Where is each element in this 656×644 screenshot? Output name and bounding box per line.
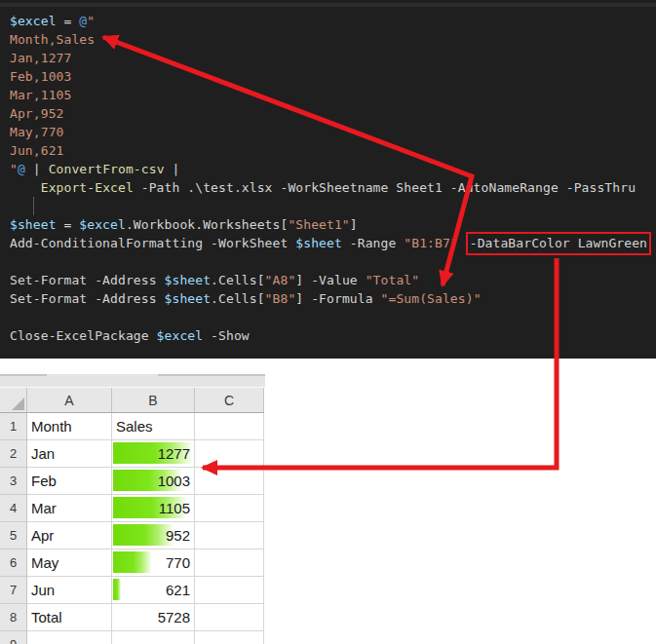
formula-bar-sliver	[0, 374, 265, 388]
formula-bar-segment	[158, 374, 265, 376]
code-token: "B8"	[265, 291, 296, 306]
cell-A2[interactable]: Jan	[27, 440, 112, 468]
code-line: Jan,1277	[10, 49, 656, 67]
row-header-2[interactable]: 2	[0, 440, 27, 468]
table-row: 8Total5728	[0, 604, 265, 631]
cell-B1[interactable]: Sales	[112, 413, 195, 440]
row-header-6[interactable]: 6	[0, 549, 27, 577]
code-line: Apr,952	[10, 104, 656, 123]
cell-B4[interactable]: 1105	[112, 495, 195, 522]
code-token: $sheet	[165, 291, 212, 306]
cell-B9[interactable]	[112, 631, 195, 644]
code-token: $sheet	[165, 273, 212, 287]
cell-B2-value: 1277	[112, 445, 194, 462]
code-line: Mar,1105	[10, 86, 656, 104]
cell-A7[interactable]: Jun	[27, 577, 112, 604]
cell-B8[interactable]: 5728	[112, 604, 195, 631]
cell-C1[interactable]	[195, 413, 264, 440]
code-panel-top-strip	[0, 3, 656, 7]
code-line: Feb,1003	[10, 67, 656, 86]
cell-B3[interactable]: 1003	[112, 468, 195, 495]
cell-B6[interactable]: 770	[112, 549, 195, 577]
table-row: 7Jun621	[0, 577, 265, 604]
cell-C6[interactable]	[195, 549, 264, 577]
code-token: Set-Format -Address	[10, 291, 165, 306]
cell-A4[interactable]: Mar	[27, 495, 112, 522]
code-token: Set-Format -Address	[10, 273, 165, 287]
column-header-A[interactable]: A	[27, 388, 112, 413]
table-row: 5Apr952	[0, 522, 265, 549]
code-lines-container: $excel = @"Month,SalesJan,1277Feb,1003Ma…	[10, 12, 656, 345]
code-token: -Range	[342, 236, 404, 250]
row-header-9[interactable]: 9	[0, 631, 27, 644]
code-token: =	[57, 14, 80, 28]
cell-B8-value: 5728	[112, 609, 194, 625]
row-header-8[interactable]: 8	[0, 604, 27, 631]
select-all-corner[interactable]	[0, 388, 27, 413]
code-token: "Total"	[366, 273, 420, 287]
code-line	[10, 197, 656, 215]
code-token: Mar,1105	[10, 88, 71, 102]
cell-C8[interactable]	[195, 604, 264, 631]
row-header-7[interactable]: 7	[0, 577, 27, 604]
cell-A8[interactable]: Total	[27, 604, 112, 631]
cell-A9[interactable]	[27, 631, 112, 644]
cell-B7-value: 621	[112, 582, 194, 598]
code-token: Month,Sales	[10, 32, 95, 47]
code-token: .Workbook.Worksheets[	[126, 217, 288, 232]
cell-A6[interactable]: May	[27, 549, 112, 577]
column-header-row: ABC	[0, 388, 265, 413]
cell-C2[interactable]	[195, 440, 264, 468]
cell-B2[interactable]: 1277	[112, 440, 195, 468]
select-all-triangle-icon	[12, 398, 24, 410]
code-token: Export-Excel	[41, 180, 134, 195]
cell-B1-value: Sales	[112, 418, 194, 435]
cell-C4[interactable]	[195, 495, 264, 522]
cell-C3[interactable]	[195, 468, 264, 495]
cell-A1[interactable]: Month	[27, 413, 112, 440]
cell-C9[interactable]	[195, 631, 264, 644]
table-row: 3Feb1003	[0, 468, 265, 495]
cell-A5[interactable]: Apr	[27, 522, 112, 549]
cell-C5[interactable]	[195, 522, 264, 549]
cell-B5-value: 952	[112, 527, 194, 544]
code-token: ]	[350, 217, 358, 232]
cell-B7[interactable]: 621	[112, 577, 195, 604]
cell-C7[interactable]	[195, 577, 264, 604]
code-line: May,770	[10, 123, 656, 141]
cell-B3-value: 1003	[112, 473, 194, 489]
code-token: -Path .\test.xlsx -WorkSheetname Sheet1 …	[134, 180, 636, 195]
cell-B6-value: 770	[112, 554, 194, 571]
row-header-3[interactable]: 3	[0, 468, 27, 495]
code-token: Close-ExcelPackage	[10, 328, 157, 343]
code-line: $excel = @"	[10, 12, 656, 30]
code-line: Close-ExcelPackage $excel -Show	[10, 326, 656, 345]
databarcolor-highlight-box: -DataBarColor LawnGreen	[466, 232, 651, 255]
powershell-code-panel: $excel = @"Month,SalesJan,1277Feb,1003Ma…	[0, 0, 656, 359]
code-token	[458, 236, 466, 250]
column-header-C[interactable]: C	[195, 388, 264, 413]
code-token: "=Sum(Sales)"	[381, 291, 482, 306]
code-token: ] -Value	[295, 273, 365, 287]
code-line: Set-Format -Address $sheet.Cells["A8"] -…	[10, 271, 656, 289]
code-token: "	[87, 14, 95, 28]
screenshot-root: { "code_panel": { "lines": [ {"segments"…	[0, 0, 656, 644]
code-token: $excel	[10, 14, 57, 28]
code-line: Add-ConditionalFormatting -WorkSheet $sh…	[10, 234, 656, 252]
code-token: @	[18, 162, 25, 176]
code-line	[10, 308, 656, 326]
row-header-5[interactable]: 5	[0, 522, 27, 549]
code-token: $sheet	[295, 236, 342, 250]
code-token: May,770	[10, 125, 64, 139]
row-header-4[interactable]: 4	[0, 495, 27, 522]
code-token: .Cells[	[211, 291, 265, 306]
cell-B5[interactable]: 952	[112, 522, 195, 549]
worksheet-grid: ABC1MonthSales2Jan12773Feb10034Mar11055A…	[0, 388, 265, 644]
row-header-1[interactable]: 1	[0, 413, 27, 440]
table-row: 9	[0, 631, 265, 644]
table-row: 6May770	[0, 549, 265, 577]
table-row: 1MonthSales	[0, 413, 265, 440]
table-row: 4Mar1105	[0, 495, 265, 522]
column-header-B[interactable]: B	[112, 388, 195, 413]
cell-A3[interactable]: Feb	[27, 468, 112, 495]
